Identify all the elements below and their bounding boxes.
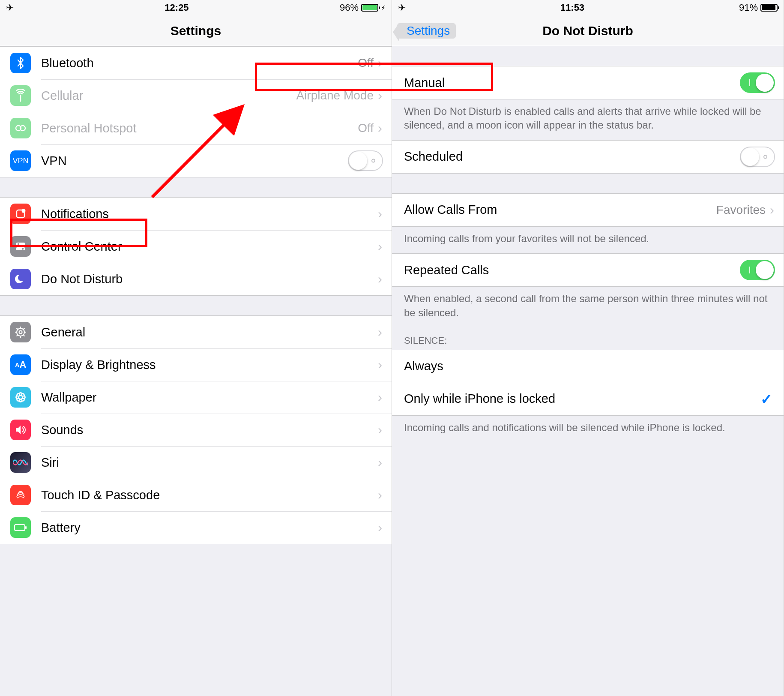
svg-point-19 <box>19 396 22 399</box>
row-value: Off <box>358 56 374 70</box>
gear-icon <box>10 322 31 342</box>
page-title: Do Not Disturb <box>542 24 633 38</box>
settings-row-wallpaper[interactable]: Wallpaper › <box>0 381 392 414</box>
vpn-toggle[interactable] <box>348 150 383 171</box>
settings-row-notifications[interactable]: Notifications › <box>0 198 392 230</box>
chevron-right-icon: › <box>378 357 382 372</box>
allow-footer-text: Incoming calls from your favorites will … <box>392 227 784 253</box>
status-bar: ✈︎ 11:53 91% <box>392 0 784 15</box>
back-label: Settings <box>407 24 450 38</box>
svg-line-17 <box>24 328 25 330</box>
settings-panel: ✈︎ 12:25 96% ⚡︎ Settings Bluetoo <box>0 0 392 696</box>
airplane-mode-icon: ✈︎ <box>398 2 406 13</box>
row-label: Always <box>404 359 775 373</box>
settings-row-dnd[interactable]: Do Not Disturb › <box>0 263 392 295</box>
chevron-right-icon: › <box>770 203 774 217</box>
row-label: Display & Brightness <box>41 358 378 372</box>
settings-row-siri[interactable]: Siri › <box>0 446 392 479</box>
row-label: Personal Hotspot <box>41 121 358 135</box>
cellular-icon <box>10 85 31 106</box>
svg-rect-29 <box>25 526 27 529</box>
chevron-right-icon: › <box>378 121 382 135</box>
manual-toggle[interactable] <box>740 72 775 93</box>
chevron-right-icon: › <box>378 56 382 70</box>
silence-section-header: SILENCE: <box>392 327 784 350</box>
scheduled-toggle[interactable] <box>740 147 775 167</box>
settings-row-general[interactable]: General › <box>0 316 392 348</box>
wallpaper-icon <box>10 387 31 408</box>
row-label: Touch ID & Passcode <box>41 488 378 502</box>
status-time: 11:53 <box>560 2 584 13</box>
settings-row-battery[interactable]: Battery › <box>0 511 392 544</box>
chevron-right-icon: › <box>378 488 382 502</box>
hotspot-icon <box>10 118 31 138</box>
svg-rect-28 <box>15 525 25 531</box>
chevron-right-icon: › <box>378 455 382 470</box>
fingerprint-icon <box>10 485 31 505</box>
chevron-right-icon: › <box>378 239 382 254</box>
moon-icon <box>10 269 31 289</box>
airplane-mode-icon: ✈︎ <box>6 2 14 13</box>
svg-rect-6 <box>16 247 25 250</box>
back-button[interactable]: Settings <box>397 23 456 39</box>
dnd-scheduled-row[interactable]: Scheduled <box>392 141 784 173</box>
svg-line-14 <box>17 328 18 330</box>
dnd-repeated-calls-row[interactable]: Repeated Calls <box>392 254 784 286</box>
svg-rect-4 <box>16 243 25 246</box>
row-label: Scheduled <box>404 150 740 164</box>
row-label: VPN <box>41 154 348 168</box>
silence-footer-text: Incoming calls and notifications will be… <box>392 416 784 442</box>
row-label: Only while iPhone is locked <box>404 392 760 406</box>
row-label: Battery <box>41 521 378 535</box>
settings-row-vpn[interactable]: VPN VPN <box>0 144 392 177</box>
checkmark-icon: ✓ <box>760 390 772 408</box>
dnd-panel: ✈︎ 11:53 91% Settings Do Not Disturb Man… <box>392 0 784 696</box>
battery-percent: 96% <box>340 2 359 13</box>
nav-header: Settings <box>0 15 392 46</box>
row-label: Wallpaper <box>41 390 378 405</box>
settings-row-sounds[interactable]: Sounds › <box>0 414 392 446</box>
dnd-allow-calls-row[interactable]: Allow Calls From Favorites › <box>392 194 784 226</box>
nav-header: Settings Do Not Disturb <box>392 15 784 46</box>
svg-point-9 <box>19 331 22 334</box>
charging-icon: ⚡︎ <box>381 4 386 12</box>
svg-point-3 <box>22 209 26 213</box>
row-label: Notifications <box>41 207 378 221</box>
row-value: Favorites <box>716 203 766 217</box>
chevron-right-icon: › <box>378 207 382 221</box>
svg-point-18 <box>16 393 25 402</box>
chevron-right-icon: › <box>378 325 382 339</box>
repeated-toggle[interactable] <box>740 260 775 280</box>
row-value: Off <box>358 121 374 135</box>
dnd-manual-row[interactable]: Manual <box>392 66 784 99</box>
settings-row-touchid[interactable]: Touch ID & Passcode › <box>0 479 392 511</box>
row-label: Cellular <box>41 89 296 103</box>
settings-row-hotspot[interactable]: Personal Hotspot Off › <box>0 112 392 144</box>
chevron-right-icon: › <box>378 423 382 437</box>
battery-icon <box>361 4 378 12</box>
svg-line-15 <box>24 335 25 336</box>
silence-locked-row[interactable]: Only while iPhone is locked ✓ <box>392 383 784 415</box>
settings-row-display[interactable]: AA Display & Brightness › <box>0 348 392 381</box>
display-icon: AA <box>10 354 31 375</box>
chevron-right-icon: › <box>378 520 382 535</box>
status-time: 12:25 <box>165 2 189 13</box>
manual-footer-text: When Do Not Disturb is enabled calls and… <box>392 99 784 140</box>
vpn-icon: VPN <box>10 150 31 171</box>
row-label: Manual <box>404 76 740 90</box>
row-label: Do Not Disturb <box>41 272 378 286</box>
settings-row-cellular[interactable]: Cellular Airplane Mode › <box>0 79 392 112</box>
chevron-right-icon: › <box>378 272 382 286</box>
row-label: Siri <box>41 456 378 470</box>
chevron-right-icon: › <box>378 88 382 103</box>
siri-icon <box>10 452 31 473</box>
battery-percent: 91% <box>739 2 758 13</box>
page-title: Settings <box>171 24 221 38</box>
svg-point-8 <box>17 328 24 336</box>
row-label: Control Center <box>41 240 378 254</box>
row-label: General <box>41 325 378 339</box>
notifications-icon <box>10 204 31 224</box>
silence-always-row[interactable]: Always <box>392 350 784 383</box>
settings-row-control-center[interactable]: Control Center › <box>0 230 392 263</box>
settings-row-bluetooth[interactable]: Bluetooth Off › <box>0 47 392 79</box>
